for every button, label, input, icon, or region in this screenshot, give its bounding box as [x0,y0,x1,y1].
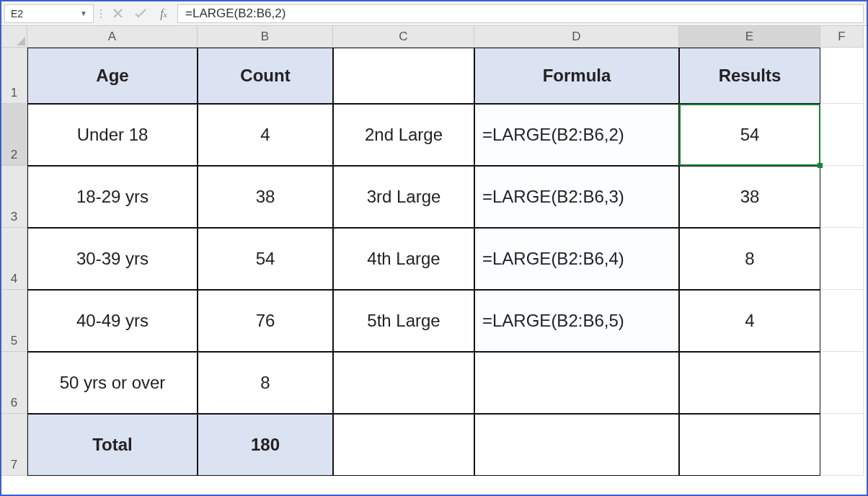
cell-A3[interactable]: 18-29 yrs [27,166,198,228]
cell-A7[interactable]: Total [27,414,198,476]
cell-A5[interactable]: 40-49 yrs [27,290,198,352]
cell-C5[interactable]: 5th Large [333,290,474,352]
cell-C7[interactable] [333,414,474,476]
spreadsheet-grid[interactable]: A B C D E F 1 Age Count Formula Results … [1,26,867,476]
cell-F2[interactable] [820,104,864,166]
cell-B1[interactable]: Count [198,48,333,104]
chevron-down-icon[interactable]: ▼ [80,9,87,17]
cell-D1[interactable]: Formula [474,48,679,104]
fill-handle[interactable] [818,163,823,168]
cell-A1[interactable]: Age [27,48,198,104]
cell-D2[interactable]: =LARGE(B2:B6,2) [474,104,679,166]
cell-B6[interactable]: 8 [198,352,333,414]
cell-E7[interactable] [679,414,820,476]
svg-point-0 [100,9,102,11]
cell-B2[interactable]: 4 [198,104,333,166]
svg-point-1 [100,13,102,14]
cell-F3[interactable] [820,166,864,228]
col-header-B[interactable]: B [198,26,333,48]
row-header-5[interactable]: 5 [1,290,27,352]
cell-D5[interactable]: =LARGE(B2:B6,5) [474,290,679,352]
name-box[interactable]: E2 ▼ [4,4,94,23]
cell-B5[interactable]: 76 [198,290,333,352]
cell-D6[interactable] [474,352,679,414]
select-all-corner[interactable] [1,26,27,48]
col-header-F[interactable]: F [820,26,864,48]
formula-input[interactable]: =LARGE(B2:B6,2) [177,4,864,23]
cell-F4[interactable] [820,228,864,290]
row-header-3[interactable]: 3 [1,166,27,228]
cell-E1[interactable]: Results [679,48,820,104]
col-header-E[interactable]: E [679,26,820,48]
cell-B7[interactable]: 180 [198,414,333,476]
cell-D3[interactable]: =LARGE(B2:B6,3) [474,166,679,228]
cell-C6[interactable] [333,352,474,414]
divider [98,6,104,21]
cell-F5[interactable] [820,290,864,352]
cell-C4[interactable]: 4th Large [333,228,474,290]
cell-F1[interactable] [820,48,864,104]
cancel-icon[interactable] [108,5,127,22]
row-header-4[interactable]: 4 [1,228,27,290]
cell-A6[interactable]: 50 yrs or over [27,352,198,414]
cell-F6[interactable] [820,352,864,414]
col-header-A[interactable]: A [27,26,198,48]
cell-A4[interactable]: 30-39 yrs [27,228,198,290]
cell-F7[interactable] [820,414,864,476]
cell-C2[interactable]: 2nd Large [333,104,474,166]
cell-E2[interactable]: 54 [679,104,820,166]
formula-bar: E2 ▼ fx =LARGE(B2:B6,2) [1,1,867,26]
cell-C3[interactable]: 3rd Large [333,166,474,228]
cell-E5[interactable]: 4 [679,290,820,352]
row-header-7[interactable]: 7 [1,414,27,476]
cell-D4[interactable]: =LARGE(B2:B6,4) [474,228,679,290]
cell-E6[interactable] [679,352,820,414]
cell-D7[interactable] [474,414,679,476]
cell-E3[interactable]: 38 [679,166,820,228]
row-header-1[interactable]: 1 [1,48,27,104]
col-header-C[interactable]: C [333,26,474,48]
row-header-2[interactable]: 2 [1,104,27,166]
cell-B3[interactable]: 38 [198,166,333,228]
row-header-6[interactable]: 6 [1,352,27,414]
cell-A2[interactable]: Under 18 [27,104,198,166]
formula-input-value: =LARGE(B2:B6,2) [185,6,285,21]
svg-point-2 [100,17,102,18]
col-header-D[interactable]: D [474,26,679,48]
name-box-value: E2 [11,8,23,19]
cell-E4[interactable]: 8 [679,228,820,290]
cell-B4[interactable]: 54 [198,228,333,290]
insert-function-icon[interactable]: fx [154,7,173,20]
cell-C1[interactable] [333,48,474,104]
enter-check-icon[interactable] [131,5,150,22]
